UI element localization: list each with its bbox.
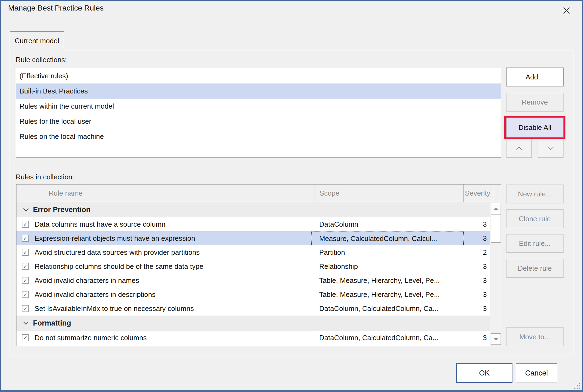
- rule-scope: Measure, CalculatedColumn, Calcul...: [311, 232, 464, 246]
- rule-enabled-checkbox[interactable]: ✓: [22, 249, 29, 256]
- rule-row[interactable]: ✓ Relationship columns should be of the …: [16, 259, 490, 273]
- rule-name: Set IsAvailableInMdx to true on necessar…: [35, 301, 194, 316]
- collection-list-item[interactable]: Rules for the local user: [16, 114, 501, 129]
- checkmark-icon: ✓: [23, 278, 28, 283]
- add-button[interactable]: Add...: [506, 68, 564, 86]
- rules-table: Rule name Scope Severity Error Preventio…: [16, 184, 501, 346]
- checkmark-icon: ✓: [23, 306, 28, 311]
- collection-list-item-label: Rules for the local user: [19, 117, 91, 125]
- checkmark-icon: ✓: [23, 250, 28, 255]
- checkmark-icon: ✓: [23, 335, 28, 341]
- rules-table-body: Error Prevention ✓ Data columns must hav…: [16, 202, 490, 346]
- rule-severity: 3: [455, 301, 487, 316]
- checkmark-icon: ✓: [23, 222, 28, 227]
- rule-row[interactable]: ✓ Set IsAvailableInMdx to true on necess…: [16, 301, 490, 316]
- column-header-checkbox: [16, 185, 45, 202]
- rule-group-title: Formatting: [33, 316, 71, 331]
- disable-all-button[interactable]: Disable All: [506, 118, 564, 138]
- rule-row[interactable]: ✓ Expression-reliant objects must have a…: [16, 231, 490, 245]
- rule-severity: 3: [455, 259, 487, 273]
- rules-scrollbar[interactable]: [490, 202, 501, 346]
- checkmark-icon: ✓: [23, 236, 28, 241]
- rule-name: Expression-reliant objects must have an …: [35, 231, 195, 245]
- checkmark-icon: ✓: [23, 264, 28, 269]
- rule-scope: DataColumn, CalculatedColumn, Ca...: [311, 301, 463, 316]
- collection-list-item[interactable]: Rules within the current model: [16, 99, 501, 114]
- close-button[interactable]: [560, 4, 573, 17]
- collection-list-item-label: (Effective rules): [19, 72, 68, 80]
- collection-list-item[interactable]: Rules on the local machine: [16, 129, 501, 144]
- column-header-scope[interactable]: Scope: [311, 185, 464, 202]
- collection-list-item[interactable]: Built-in Best Practices: [16, 83, 501, 99]
- checkmark-icon: ✓: [23, 292, 28, 297]
- rule-enabled-checkbox[interactable]: ✓: [22, 221, 29, 228]
- scroll-down-button[interactable]: [491, 333, 501, 345]
- rule-scope: Partition: [311, 245, 463, 259]
- move-collection-down-button[interactable]: [538, 139, 564, 158]
- chevron-down-icon[interactable]: [23, 321, 29, 325]
- rule-enabled-checkbox[interactable]: ✓: [22, 263, 29, 270]
- rule-name: Avoid structured data sources with provi…: [35, 245, 200, 259]
- rule-group-row[interactable]: Error Prevention: [16, 202, 490, 217]
- rule-group-title: Error Prevention: [33, 202, 91, 217]
- rule-scope: Table, Measure, Hierarchy, Level, Pe...: [311, 287, 463, 301]
- resize-grip-icon[interactable]: [574, 382, 581, 390]
- remove-button[interactable]: Remove: [506, 93, 564, 112]
- rules-table-header: Rule name Scope Severity: [16, 185, 501, 202]
- rule-severity: 3: [455, 273, 487, 287]
- rule-name: Data columns must have a source column: [35, 217, 165, 231]
- clone-rule-button[interactable]: Clone rule: [506, 209, 564, 228]
- rule-name: Avoid invalid characters in names: [35, 273, 139, 287]
- rule-severity: 3: [455, 331, 487, 345]
- rule-enabled-checkbox[interactable]: ✓: [22, 235, 29, 242]
- collection-list-item-label: Built-in Best Practices: [19, 87, 88, 95]
- column-header-spacer: [491, 185, 501, 202]
- delete-rule-button[interactable]: Delete rule: [506, 259, 564, 278]
- close-icon: [562, 6, 571, 15]
- rule-row[interactable]: ✓ Avoid structured data sources with pro…: [16, 245, 490, 259]
- rule-enabled-checkbox[interactable]: ✓: [22, 334, 29, 341]
- rule-severity: 2: [455, 245, 487, 259]
- rule-name: Do not summarize numeric columns: [35, 331, 147, 345]
- chevron-down-icon[interactable]: [23, 208, 29, 212]
- move-collection-up-button[interactable]: [506, 139, 532, 158]
- rule-enabled-checkbox[interactable]: ✓: [22, 277, 29, 284]
- ok-button[interactable]: OK: [456, 363, 512, 383]
- rule-row[interactable]: ✓ Avoid invalid characters in names Tabl…: [16, 273, 490, 287]
- dialog-title: Manage Best Practice Rules: [8, 4, 104, 12]
- rule-name: Avoid invalid characters in descriptions: [35, 287, 156, 301]
- rule-row[interactable]: ✓ Data columns must have a source column…: [16, 217, 490, 231]
- scroll-up-button[interactable]: [491, 203, 501, 214]
- rule-name: Relationship columns should be of the sa…: [35, 259, 203, 273]
- triangle-up-icon: [494, 207, 498, 210]
- rule-row[interactable]: ✓ Do not summarize numeric columns DataC…: [16, 331, 490, 345]
- rule-severity: 3: [455, 231, 487, 245]
- rule-severity: 3: [455, 217, 487, 231]
- tab-current-model[interactable]: Current model: [10, 31, 64, 50]
- move-to-button[interactable]: Move to...: [506, 327, 564, 346]
- rule-scope: DataColumn, CalculatedColumn, Ca...: [311, 331, 463, 345]
- rule-scope: Table, Measure, Hierarchy, Level, Pe...: [311, 273, 463, 287]
- collection-list-item-label: Rules within the current model: [19, 102, 114, 110]
- rule-group-row[interactable]: Formatting: [16, 316, 490, 331]
- rule-enabled-checkbox[interactable]: ✓: [22, 291, 29, 298]
- rule-scope: Relationship: [311, 259, 463, 273]
- tab-label: Current model: [15, 37, 59, 45]
- cancel-button[interactable]: Cancel: [516, 363, 557, 383]
- column-header-severity[interactable]: Severity: [455, 185, 493, 202]
- collections-listbox[interactable]: (Effective rules) Built-in Best Practice…: [16, 68, 501, 158]
- rule-scope: DataColumn: [311, 217, 463, 231]
- new-rule-button[interactable]: New rule...: [506, 185, 564, 203]
- scrollbar-thumb[interactable]: [491, 214, 501, 243]
- chevron-up-icon: [515, 146, 523, 150]
- rule-severity: 3: [455, 287, 487, 301]
- rule-enabled-checkbox[interactable]: ✓: [22, 305, 29, 312]
- column-header-rule-name[interactable]: Rule name: [45, 185, 315, 202]
- rule-row[interactable]: ✓ Avoid invalid characters in descriptio…: [16, 287, 490, 301]
- edit-rule-button[interactable]: Edit rule...: [506, 234, 564, 253]
- disable-all-highlight-annotation: Disable All: [504, 116, 565, 139]
- manage-best-practice-rules-dialog: Manage Best Practice Rules Current model…: [0, 0, 583, 392]
- chevron-down-icon: [547, 146, 554, 150]
- collection-list-item[interactable]: (Effective rules): [16, 68, 501, 83]
- collection-list-item-label: Rules on the local machine: [19, 132, 104, 140]
